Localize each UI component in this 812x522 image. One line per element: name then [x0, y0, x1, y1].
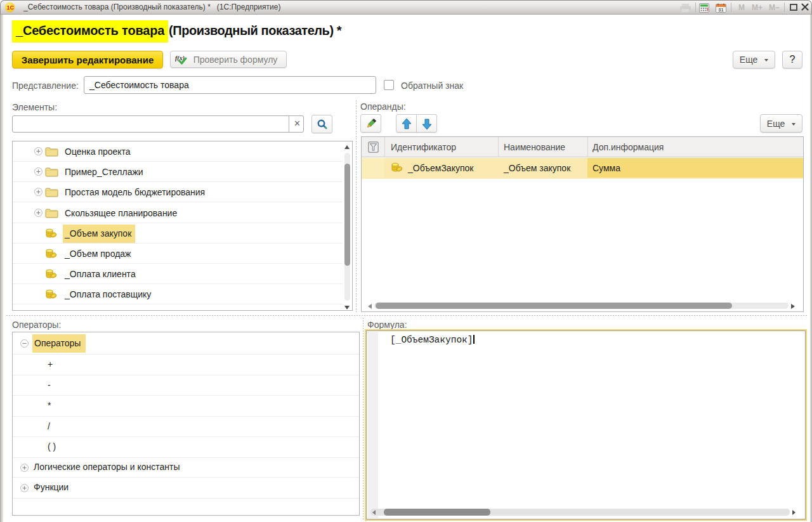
- svg-text:31: 31: [718, 7, 723, 13]
